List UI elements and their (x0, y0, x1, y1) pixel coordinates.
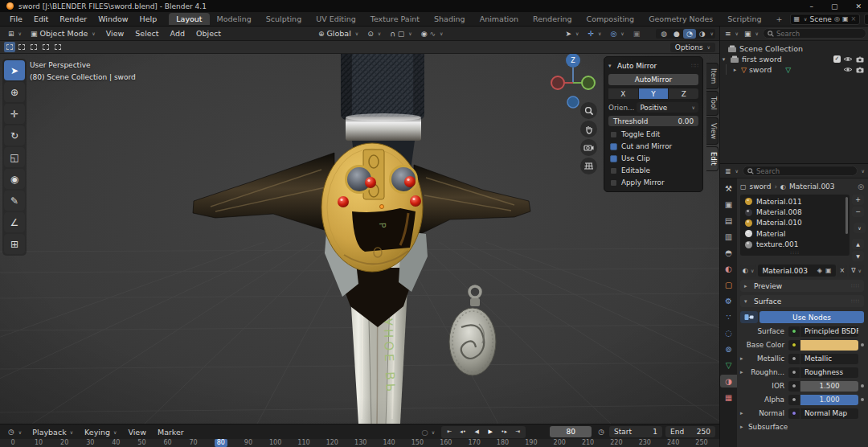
sidebar-tab[interactable]: Tool (706, 91, 719, 116)
outliner-row-collection[interactable]: ▾ first sword ✓ (720, 54, 868, 64)
normal-field[interactable]: Normal Map (800, 408, 858, 419)
tool-rotate[interactable]: ↻ (4, 125, 25, 146)
properties-tab-texture[interactable]: ▦ (720, 391, 737, 404)
stopwatch-icon[interactable]: ◷ (598, 428, 604, 436)
auto-mirror-header[interactable]: ▾ Auto Mirror ∷∷ (608, 60, 698, 71)
axis-button[interactable]: Y (639, 88, 669, 99)
expander-icon[interactable]: ▸ (740, 355, 748, 362)
select-mode-invert[interactable] (40, 42, 51, 52)
transport-prev-keyframe[interactable]: ◂• (457, 427, 469, 437)
checkbox-row[interactable]: Apply Mirror (608, 178, 698, 187)
transport-next-keyframe[interactable]: •▸ (497, 427, 510, 437)
camera-view-button[interactable] (580, 139, 597, 156)
browse-material-button[interactable]: ◐∨ (740, 265, 756, 277)
sidebar-tab[interactable]: View (706, 117, 719, 145)
outliner-search[interactable] (763, 28, 866, 39)
disable-render-camera-icon[interactable] (855, 66, 865, 73)
zoom-button[interactable] (580, 102, 597, 119)
frame-tick[interactable]: 110 (297, 439, 309, 447)
tool-cursor[interactable]: ⊕ (4, 82, 25, 102)
shading-material-preview[interactable]: ◔ (683, 29, 696, 39)
copy-scene-icon[interactable]: ▣ (842, 15, 849, 23)
frame-tick[interactable]: 140 (383, 439, 395, 447)
current-frame-field[interactable]: 80 (550, 426, 592, 437)
viewport-menu[interactable]: View (100, 28, 130, 39)
workspace-tab[interactable]: Animation (473, 13, 526, 25)
frame-tick[interactable]: 190 (525, 439, 537, 447)
transport-play[interactable]: ▶ (484, 427, 497, 437)
ior-slider[interactable]: 1.500 (800, 381, 858, 392)
hide-eye-icon[interactable] (843, 66, 853, 73)
axis-button[interactable]: X (608, 88, 638, 99)
frame-tick[interactable]: 50 (137, 439, 146, 447)
tool-measure[interactable]: ∠ (4, 212, 25, 232)
menu[interactable]: Help (134, 13, 163, 25)
pan-button[interactable] (580, 121, 597, 137)
disable-render-camera-icon[interactable] (855, 55, 865, 63)
workspace-tab[interactable]: Scripting (720, 13, 768, 25)
animate-dot-icon[interactable] (861, 384, 864, 388)
frame-tick[interactable]: 40 (111, 439, 121, 447)
snap-toggle[interactable]: ∩▢∨ (386, 29, 416, 39)
checkbox-row[interactable]: Cut and Mirror (608, 142, 698, 150)
workspace-tab[interactable]: Compositing (579, 13, 642, 25)
tool-transform[interactable]: ◉ (4, 169, 25, 189)
expand-icon[interactable]: ▸ (731, 67, 739, 73)
show-overlays-button[interactable]: ◎∨ (606, 29, 628, 39)
editor-type-button[interactable]: ⊞∨ (4, 29, 26, 39)
transport-play-reverse[interactable]: ◀ (470, 427, 483, 437)
frame-tick[interactable]: 240 (667, 439, 679, 447)
breadcrumb-object[interactable]: sword (750, 182, 772, 191)
3d-viewport[interactable]: АИДУНОЕ ВЬ (0, 41, 719, 424)
frame-tick[interactable]: 220 (610, 439, 622, 447)
material-slot-Material[interactable]: Material (740, 228, 850, 239)
outliner-filter-id[interactable]: ▣∨ (743, 29, 760, 39)
pivot-point-button[interactable]: ⊙∨ (363, 29, 385, 39)
workspace-tab[interactable]: + (769, 13, 790, 25)
menu[interactable]: Edit (28, 13, 54, 25)
frame-end-field[interactable]: End250 (665, 426, 715, 437)
panel-grip-icon[interactable]: ∷∷ (691, 63, 698, 69)
move-slot-down-button[interactable]: ▼ (852, 251, 864, 261)
material-slot-Material.008[interactable]: Material.008 (740, 207, 850, 217)
frame-tick[interactable]: 30 (85, 439, 95, 447)
animate-dot-icon[interactable] (861, 343, 864, 347)
slot-specials-button[interactable]: ∨ (854, 223, 866, 233)
unlink-material-button[interactable]: × (837, 265, 848, 277)
frame-tick[interactable]: 210 (582, 439, 594, 447)
properties-tab-view-layer[interactable]: ▥ (720, 230, 737, 243)
axis-button[interactable]: Z (669, 88, 698, 99)
workspace-tab[interactable]: UV Editing (309, 13, 363, 25)
frame-tick[interactable]: 250 (695, 439, 707, 447)
pin-icon[interactable]: ◎ (834, 15, 840, 23)
mode-selector[interactable]: ▣Object Mode∨ (27, 28, 100, 39)
checkbox-row[interactable]: Editable (608, 166, 698, 174)
workspace-tab[interactable]: Shading (427, 13, 473, 25)
properties-tab-world[interactable]: ◐ (720, 262, 737, 275)
menu[interactable]: Window (92, 13, 133, 25)
slots-scrollbar[interactable] (845, 197, 848, 234)
shading-solid[interactable]: ● (670, 29, 683, 39)
material-specials-button[interactable]: ∇∨ (849, 265, 864, 277)
transport-jump-start[interactable]: ⇤ (443, 427, 456, 437)
properties-search[interactable] (743, 166, 858, 176)
checkbox-row[interactable]: Toggle Edit (608, 130, 698, 138)
frame-tick[interactable]: 100 (269, 439, 281, 447)
orientation-dropdown[interactable]: Positive∨ (637, 102, 698, 113)
frame-tick[interactable]: 150 (411, 439, 424, 447)
collection-checkbox[interactable]: ✓ (833, 55, 841, 63)
properties-tab-data[interactable]: ▽ (720, 359, 737, 371)
frame-tick[interactable]: 90 (244, 439, 253, 447)
frame-tick[interactable]: 0 (8, 439, 18, 447)
select-mode-extend[interactable] (16, 42, 27, 52)
checkbox-row[interactable]: Use Clip (608, 154, 698, 162)
properties-tab-object[interactable]: ▢ (720, 278, 737, 291)
marker-menu[interactable]: Marker (153, 427, 189, 437)
proportional-editing[interactable]: ◉∿∨ (417, 29, 448, 39)
tool-scale[interactable]: ◱ (4, 147, 25, 167)
workspace-tab[interactable]: Rendering (526, 13, 579, 25)
properties-tab-material[interactable]: ◑ (720, 375, 737, 388)
workspace-tab[interactable]: Modeling (210, 13, 259, 25)
material-slot-Material.010[interactable]: Material.010 (740, 218, 850, 228)
outliner-display-mode[interactable]: ≡∨ (723, 29, 740, 39)
